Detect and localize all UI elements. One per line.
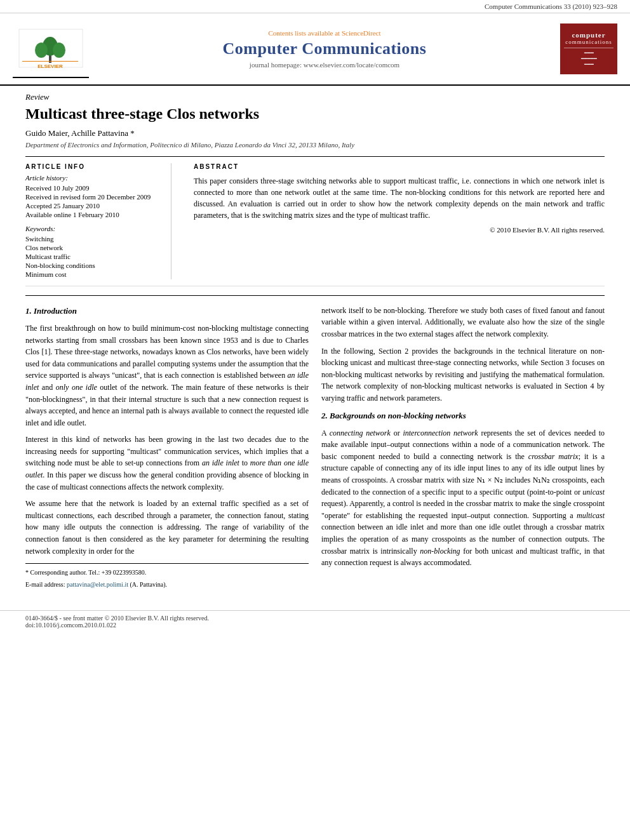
footnote-corresponding: * Corresponding author. Tel.: +39 022399… bbox=[25, 568, 309, 578]
footnote-section: * Corresponding author. Tel.: +39 022399… bbox=[25, 563, 309, 589]
journal-center: Contents lists available at ScienceDirec… bbox=[89, 29, 560, 69]
sciencedirect-line: Contents lists available at ScienceDirec… bbox=[95, 29, 554, 37]
intro-p3: We assume here that the network is loade… bbox=[25, 498, 309, 557]
abstract-text: This paper considers three-stage switchi… bbox=[194, 175, 605, 221]
col-left: 1. Introduction The first breakthrough o… bbox=[25, 305, 309, 591]
keywords-title: Keywords: bbox=[25, 225, 161, 232]
backgrounds-p1: A connecting network or interconnection … bbox=[321, 427, 605, 569]
article-info-row: ARTICLE INFO Article history: Received 1… bbox=[25, 156, 605, 286]
logo-lines: ━━━━━━━━━━━ bbox=[564, 48, 613, 67]
journal-citation: Computer Communications 33 (2010) 923–92… bbox=[485, 3, 617, 10]
keywords-section: Keywords: Switching Clos network Multica… bbox=[25, 225, 161, 278]
available: Available online 1 February 2010 bbox=[25, 211, 161, 218]
svg-text:ELSEVIER: ELSEVIER bbox=[37, 63, 63, 69]
intro-p1: The first breakthrough on how to build m… bbox=[25, 323, 309, 429]
backgrounds-heading: 2. Backgrounds on non-blocking networks bbox=[321, 410, 605, 422]
review-label: Review bbox=[25, 92, 605, 102]
sciencedirect-link-text[interactable]: ScienceDirect bbox=[342, 29, 381, 37]
journal-header: ELSEVIER Contents lists available at Sci… bbox=[0, 13, 630, 86]
intro-p2: Interest in this kind of networks has be… bbox=[25, 434, 309, 493]
footer-text: 0140-3664/$ - see front matter © 2010 El… bbox=[25, 615, 605, 622]
logo-line1: computer bbox=[572, 31, 605, 39]
history-title: Article history: bbox=[25, 174, 161, 182]
article-info-title: ARTICLE INFO bbox=[25, 163, 161, 170]
article-content: Review Multicast three-stage Clos networ… bbox=[0, 86, 630, 604]
svg-point-4 bbox=[53, 43, 65, 58]
footer-doi: doi:10.1016/j.comcom.2010.01.022 bbox=[25, 622, 605, 629]
keyword-4: Non-blocking conditions bbox=[25, 262, 161, 269]
received: Received 10 July 2009 bbox=[25, 184, 161, 192]
footer-bar: 0140-3664/$ - see front matter © 2010 El… bbox=[0, 610, 630, 632]
affiliation: Department of Electronics and Informatio… bbox=[25, 141, 605, 149]
intro-right-p2: In the following, Section 2 provides the… bbox=[321, 345, 605, 404]
col-right: network itself to be non-blocking. There… bbox=[321, 305, 605, 591]
keyword-5: Minimum cost bbox=[25, 270, 161, 278]
accepted: Accepted 25 January 2010 bbox=[25, 202, 161, 210]
elsevier-logo-svg: ELSEVIER bbox=[16, 26, 86, 70]
footnote-email: E-mail address: pattavina@elet.polimi.it… bbox=[25, 580, 309, 590]
abstract-title: ABSTRACT bbox=[194, 163, 605, 170]
copyright: © 2010 Elsevier B.V. All rights reserved… bbox=[194, 226, 605, 234]
article-info-left: ARTICLE INFO Article history: Received 1… bbox=[25, 163, 171, 279]
authors: Guido Maier, Achille Pattavina * bbox=[25, 128, 605, 138]
logo-line2: communications bbox=[565, 39, 612, 45]
top-bar: Computer Communications 33 (2010) 923–92… bbox=[0, 0, 630, 13]
elsevier-logo: ELSEVIER bbox=[13, 20, 89, 78]
intro-right-p1: network itself to be non-blocking. There… bbox=[321, 305, 605, 340]
svg-rect-5 bbox=[22, 61, 78, 62]
email-link[interactable]: pattavina@elet.polimi.it bbox=[67, 581, 128, 588]
journal-logo-right: computer communications ━━━━━━━━━━━ bbox=[560, 23, 617, 74]
journal-title: Computer Communications bbox=[95, 39, 554, 58]
abstract-section: ABSTRACT This paper considers three-stag… bbox=[184, 163, 605, 279]
intro-heading: 1. Introduction bbox=[25, 305, 309, 317]
svg-point-3 bbox=[35, 43, 48, 58]
keyword-2: Clos network bbox=[25, 244, 161, 251]
keyword-1: Switching bbox=[25, 235, 161, 243]
keyword-3: Multicast traffic bbox=[25, 253, 161, 260]
revised: Received in revised form 20 December 200… bbox=[25, 193, 161, 201]
article-title: Multicast three-stage Clos networks bbox=[25, 105, 605, 123]
two-column-body: 1. Introduction The first breakthrough o… bbox=[25, 295, 605, 591]
journal-homepage: journal homepage: www.elsevier.com/locat… bbox=[95, 61, 554, 69]
